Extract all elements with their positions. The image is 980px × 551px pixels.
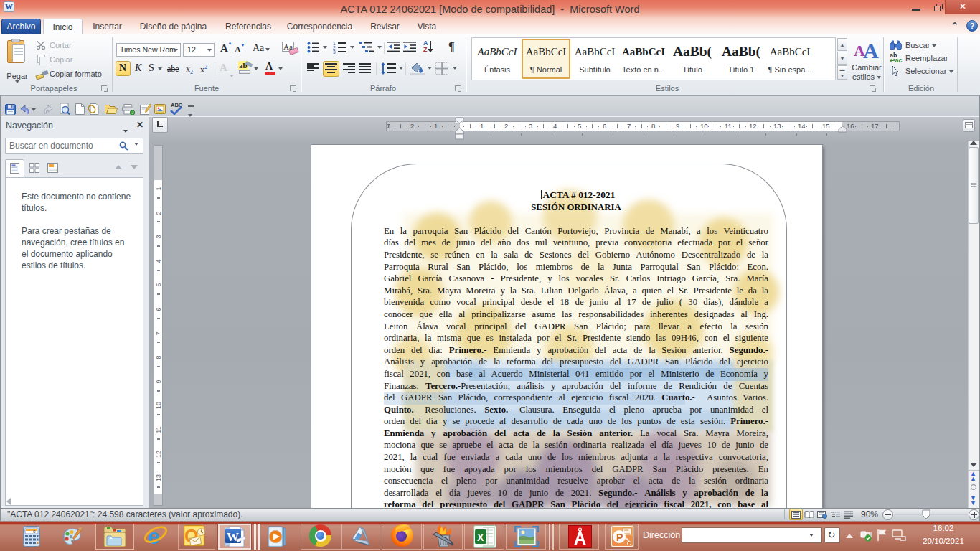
svg-text:0: 0 <box>33 529 36 534</box>
svg-text:X: X <box>477 532 484 543</box>
svg-text:3: 3 <box>333 50 336 54</box>
svg-text:P: P <box>616 532 623 543</box>
